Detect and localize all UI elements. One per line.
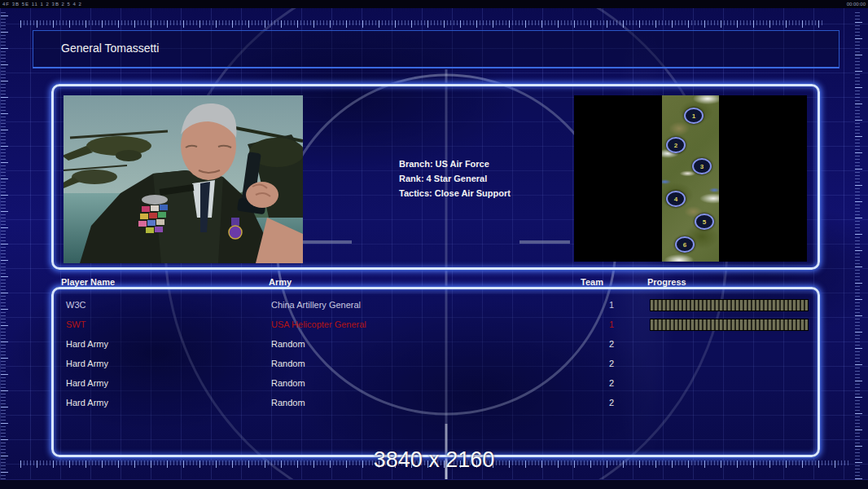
portrait-art <box>64 95 303 263</box>
player-name: W3C <box>66 300 85 310</box>
loading-screen: 4F 3B 5E 11 1 2 3B 2 5 4 2 00:00:00 Gene… <box>0 0 868 489</box>
page-title: General Tomassetti <box>61 42 159 55</box>
game-clock: 00:00:00 <box>847 0 866 8</box>
resolution-label: 3840 x 2160 <box>0 447 868 473</box>
load-progress-bar <box>650 319 809 331</box>
column-header-army: Army <box>269 277 292 287</box>
table-row: W3C China Artillery General 1 <box>54 296 818 315</box>
map-start-position-2: 2 <box>666 137 686 153</box>
player-team: 2 <box>609 398 614 408</box>
player-name: Hard Army <box>66 398 108 408</box>
player-team: 2 <box>609 359 614 368</box>
ruler-left <box>1 11 8 489</box>
branch-label: Branch: US Air Force <box>399 159 489 169</box>
table-row: Hard Army Random 2 <box>54 355 818 374</box>
player-army: Random <box>271 378 305 388</box>
table-row: Hard Army Random 2 <box>54 335 818 355</box>
player-team: 2 <box>609 339 614 349</box>
map-start-position-3: 3 <box>692 158 712 174</box>
map-start-position-4: 4 <box>666 191 686 207</box>
general-portrait <box>64 95 303 263</box>
wing-badge <box>142 195 168 205</box>
table-row: Hard Army Random 2 <box>54 374 818 394</box>
player-table-panel: W3C China Artillery General 1 SWT USA He… <box>51 287 820 457</box>
player-name: Hard Army <box>66 378 108 388</box>
title-bar: General Tomassetti <box>33 30 840 68</box>
player-team: 1 <box>609 300 614 310</box>
table-row: SWT USA Helicopter General 1 <box>54 315 818 335</box>
player-army: China Artillery General <box>271 300 361 310</box>
rank-label: Rank: 4 Star General <box>399 174 487 183</box>
map-start-position-1: 1 <box>684 108 704 124</box>
column-header-progress: Progress <box>647 277 686 287</box>
status-bar: 4F 3B 5E 11 1 2 3B 2 5 4 2 00:00:00 <box>0 0 868 8</box>
player-army: Random <box>271 398 305 408</box>
player-army: Random <box>271 359 305 368</box>
player-name: Hard Army <box>66 339 108 349</box>
map-start-position-6: 6 <box>675 236 695 253</box>
player-team: 2 <box>609 378 614 388</box>
player-army: Random <box>271 339 305 349</box>
map-preview-panel: 1 2 3 4 5 6 <box>574 95 807 262</box>
player-name: SWT <box>66 319 85 329</box>
map-start-position-5: 5 <box>695 214 714 230</box>
table-row: Hard Army Random 2 <box>54 394 818 413</box>
bottom-strip <box>0 479 868 489</box>
column-header-player-name: Player Name <box>61 277 115 287</box>
ruler-top <box>20 20 822 28</box>
player-name: Hard Army <box>66 359 108 368</box>
player-team: 1 <box>609 319 614 329</box>
column-header-team: Team <box>581 277 603 287</box>
debug-readout: 4F 3B 5E 11 1 2 3B 2 5 4 2 <box>2 0 82 8</box>
ruler-right <box>855 11 862 479</box>
tactics-label: Tactics: Close Air Support <box>399 188 511 198</box>
player-army: USA Helicopter General <box>271 319 366 329</box>
load-progress-bar <box>650 299 809 311</box>
